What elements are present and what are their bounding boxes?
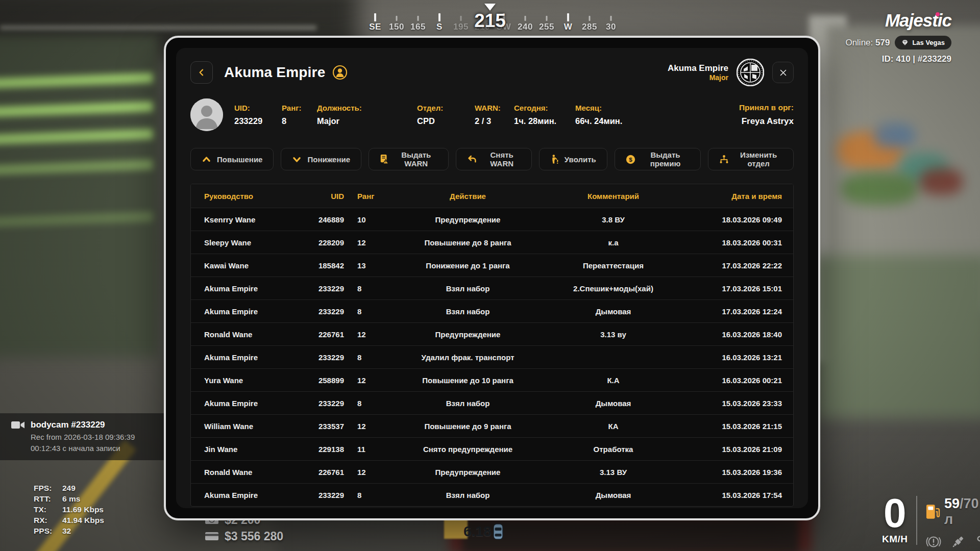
member-field: WARN:2 / 3 [475, 104, 514, 126]
net-stat-value: 249 [62, 483, 76, 493]
log-table: РуководствоUIDРангДействиеКомментарийДат… [190, 184, 794, 507]
member-field: Месяц:66ч. 24мин. [575, 104, 622, 126]
spark-plug-icon [950, 534, 966, 550]
table-row: Yura Wane25889912Повышение до 10 рангаК.… [191, 368, 793, 391]
majestic-logo: Majestic [885, 10, 951, 31]
compass-tick-label: 255 [539, 22, 554, 32]
table-row: Akuma Empire2332298Взял наборДымовая17.0… [191, 299, 793, 322]
bodycam-rec-line: Rec from 2026-03-18 09:36:39 [31, 433, 162, 441]
net-stat-label: RTT: [34, 493, 62, 504]
table-row: Akuma Empire2332298Взял набор2.Спешик+мо… [191, 277, 793, 299]
close-button[interactable] [772, 62, 794, 83]
table-cell: Взял набор [395, 491, 541, 499]
compass-heading: 215 [474, 10, 506, 32]
action-label: Повышение [217, 155, 262, 164]
net-stat-label: PPS: [34, 525, 62, 536]
gem-icon [901, 39, 909, 46]
table-cell: Дымовая [541, 491, 686, 499]
faction-panel: Akuma Empire Akuma Empire Major [164, 36, 820, 520]
network-stats: FPS:249RTT:6 msTX:11.69 KbpsRX:41.94 Kbp… [34, 483, 104, 536]
table-cell: 18.03.2026 09:49 [686, 215, 793, 224]
server-selector[interactable]: Las Vegas [895, 36, 951, 49]
net-stat-value: 41.94 Kbps [62, 515, 104, 525]
chevron-down-icon [292, 155, 302, 164]
speed-value: 0 [882, 494, 908, 533]
table-cell: 12 [344, 238, 395, 247]
table-cell: Взял набор [395, 307, 541, 316]
vehicle-hud: 0 KM/H 59/70 л [882, 494, 980, 550]
table-cell: 233229 [308, 353, 344, 362]
column-header: Руководство [191, 192, 308, 201]
table-cell: Akuma Empire [191, 491, 308, 499]
waypoint-distance: 6.18 [463, 523, 504, 540]
column-header: Действие [395, 192, 541, 201]
member-field: Ранг:8 [282, 104, 317, 126]
org-seal-icon [737, 59, 764, 86]
table-cell: 12 [344, 468, 395, 477]
action-label: Снять WARN [483, 151, 520, 168]
net-stat-label: TX: [34, 504, 62, 515]
action-label: Изменить отдел [734, 151, 782, 168]
car-top-icon [493, 523, 504, 540]
net-stat-label: FPS: [34, 483, 62, 493]
table-cell: 15.03.2026 17:54 [686, 491, 793, 499]
speedometer: 0 KM/H [882, 494, 908, 550]
action-button-chevron-down[interactable]: Понижение [281, 148, 361, 170]
vehicle-status-icons [925, 534, 980, 550]
table-row: Jin Wane22913811Снято предупреждениеОтра… [191, 437, 793, 460]
table-cell: 12 [344, 330, 395, 339]
action-button-coin[interactable]: $Выдать премию [615, 148, 701, 170]
log-table-body[interactable]: Ksenrry Wane24688910Предупреждение3.8 ВУ… [191, 208, 793, 506]
table-cell: Sleepy Wane [191, 238, 308, 247]
server-brand: Majestic Online: 579 Las Vegas ID: 410 |… [845, 10, 951, 64]
org-chart-icon [719, 155, 729, 164]
player-id: ID: 410 | #233229 [845, 54, 951, 64]
action-label: Уволить [565, 155, 596, 164]
action-button-org-chart[interactable]: Изменить отдел [708, 148, 794, 170]
bodycam-title: bodycam #233229 [31, 420, 105, 430]
compass-tick [546, 16, 548, 21]
table-cell: 226761 [308, 468, 344, 477]
panel-title: Akuma Empire [224, 64, 325, 81]
compass-marker-icon [484, 4, 496, 11]
table-row: Sleepy Wane22820912Повышение до 8 рангак… [191, 231, 793, 254]
table-cell: William Wane [191, 422, 308, 431]
table-cell: 258899 [308, 376, 344, 385]
table-cell: 15.03.2026 21:09 [686, 445, 793, 454]
table-cell: 15.03.2026 21:15 [686, 422, 793, 431]
table-cell: КА [541, 422, 686, 431]
bodycam-overlay: bodycam #233229 Rec from 2026-03-18 09:3… [0, 413, 172, 460]
compass-bar: SE150165S195210SW240255W28530 215 [0, 0, 980, 37]
table-cell: 8 [344, 284, 395, 293]
speed-unit: KM/H [882, 534, 908, 545]
action-label: Понижение [307, 155, 350, 164]
table-cell: Yura Wane [191, 376, 308, 385]
table-cell: 3.13 ВУ [541, 468, 686, 477]
table-cell: 15.03.2026 19:36 [686, 468, 793, 477]
table-cell: 12 [344, 422, 395, 431]
compass-tick-label: 150 [389, 22, 404, 32]
action-button-fire-person[interactable]: Уволить [539, 148, 607, 170]
faction-panel-card: Akuma Empire Akuma Empire Major [176, 48, 808, 508]
undo-icon [467, 155, 477, 164]
table-cell: Понижение до 1 ранга [395, 261, 541, 270]
table-cell: 185842 [308, 261, 344, 270]
panel-header: Akuma Empire Akuma Empire Major [190, 60, 794, 85]
compass-tick-label: SE [369, 22, 381, 32]
chevron-left-icon [198, 68, 206, 77]
table-cell: Удалил фрак. транспорт [395, 353, 541, 362]
online-count: Online: 579 [845, 38, 890, 48]
table-cell: 18.03.2026 00:31 [686, 238, 793, 247]
action-button-undo[interactable]: Снять WARN [456, 148, 531, 170]
invited-by-field: Принял в орг:Freya Astryx [739, 103, 794, 127]
column-header: Комментарий [541, 192, 686, 201]
action-button-warn-doc[interactable]: Выдать WARN [369, 148, 449, 170]
compass-tick-label: 165 [410, 22, 426, 32]
action-button-chevron-up[interactable]: Повышение [190, 148, 274, 170]
back-button[interactable] [190, 61, 213, 84]
column-header: Дата и время [686, 192, 793, 201]
table-cell: Взял набор [395, 284, 541, 293]
table-cell: Ksenrry Wane [191, 215, 308, 224]
fuel-pump-icon [925, 504, 940, 520]
table-cell: Отработка [541, 445, 686, 454]
